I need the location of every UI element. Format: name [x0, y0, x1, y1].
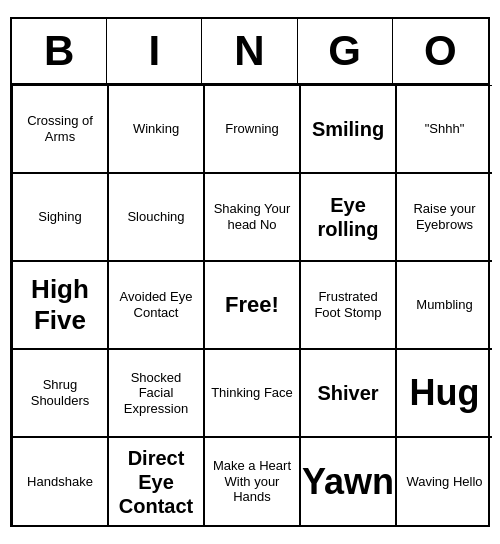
bingo-cell: Thinking Face — [204, 349, 300, 437]
bingo-grid: Crossing of ArmsWinkingFrowningSmiling"S… — [12, 85, 488, 525]
bingo-header: BINGO — [12, 19, 488, 85]
bingo-cell: Shrug Shoulders — [12, 349, 108, 437]
bingo-cell: "Shhh" — [396, 85, 492, 173]
bingo-cell: Shocked Facial Expression — [108, 349, 204, 437]
bingo-cell: Frustrated Foot Stomp — [300, 261, 396, 349]
bingo-cell: Waving Hello — [396, 437, 492, 525]
bingo-cell: Eye rolling — [300, 173, 396, 261]
bingo-cell: Slouching — [108, 173, 204, 261]
bingo-cell: Sighing — [12, 173, 108, 261]
bingo-cell: Make a Heart With your Hands — [204, 437, 300, 525]
header-letter: G — [298, 19, 393, 83]
bingo-cell: Mumbling — [396, 261, 492, 349]
header-letter: B — [12, 19, 107, 83]
header-letter: N — [202, 19, 297, 83]
bingo-cell: Raise your Eyebrows — [396, 173, 492, 261]
bingo-cell: Hug — [396, 349, 492, 437]
bingo-cell: Crossing of Arms — [12, 85, 108, 173]
bingo-cell: Direct Eye Contact — [108, 437, 204, 525]
header-letter: O — [393, 19, 488, 83]
header-letter: I — [107, 19, 202, 83]
bingo-cell: Shiver — [300, 349, 396, 437]
bingo-cell: Winking — [108, 85, 204, 173]
bingo-cell: Shaking Your head No — [204, 173, 300, 261]
bingo-cell: Avoided Eye Contact — [108, 261, 204, 349]
bingo-cell: High Five — [12, 261, 108, 349]
bingo-cell: Frowning — [204, 85, 300, 173]
bingo-cell: Smiling — [300, 85, 396, 173]
bingo-cell: Free! — [204, 261, 300, 349]
bingo-cell: Handshake — [12, 437, 108, 525]
bingo-cell: Yawn — [300, 437, 396, 525]
bingo-card: BINGO Crossing of ArmsWinkingFrowningSmi… — [10, 17, 490, 527]
